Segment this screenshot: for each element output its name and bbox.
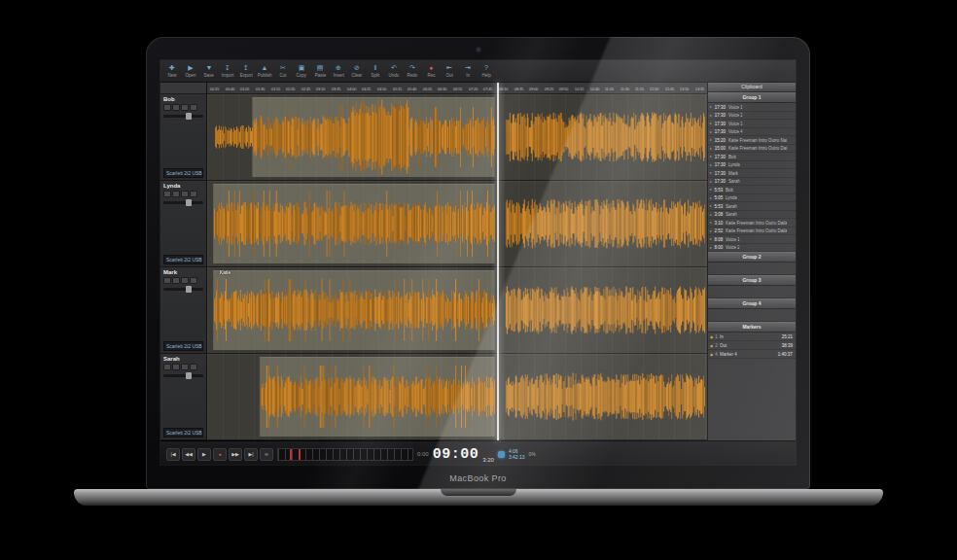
transport-button[interactable]: ◀◀ <box>182 448 195 461</box>
transport-button[interactable]: ▶▶ <box>229 448 242 461</box>
fx-button[interactable] <box>190 277 197 284</box>
toolbar-button[interactable]: ▼ Save <box>200 64 218 78</box>
record-arm-button[interactable] <box>163 191 171 197</box>
transport-button[interactable]: ▶ <box>197 448 211 461</box>
transport-button[interactable]: |◀ <box>166 448 180 461</box>
volume-slider[interactable] <box>163 201 203 204</box>
transport-button[interactable]: ▶| <box>244 448 258 461</box>
toolbar-button[interactable]: ↷ Redo <box>404 64 421 78</box>
solo-button[interactable] <box>172 191 180 197</box>
record-arm-button[interactable] <box>163 277 171 284</box>
group-1-items: ▸ 17:30 Voice 1 ▸ 17:30 Voice 2 <box>708 103 796 252</box>
group-2-header[interactable]: Group 2 <box>708 252 796 262</box>
track-lane[interactable] <box>207 94 707 181</box>
track-lane[interactable] <box>207 354 707 440</box>
input-device-select[interactable]: Scarlett 2i2 USB 1 ▾ <box>163 428 203 438</box>
marker-item[interactable]: ◆ 2 Out 38:39 <box>708 341 796 350</box>
volume-slider[interactable] <box>163 374 203 377</box>
clipboard-item-time: 17:30 <box>715 129 726 134</box>
clipboard-item[interactable]: ▸ 15:20 Katie Freeman Intro Outro Nat <box>708 136 796 145</box>
clipboard-item-label: Voice 1 <box>726 236 740 241</box>
track-lane[interactable]: Katie <box>207 267 707 354</box>
mute-button[interactable] <box>181 364 189 370</box>
solo-button[interactable] <box>172 277 180 284</box>
clipboard-item[interactable]: ▸ 17:30 Sarah <box>708 178 796 187</box>
input-device-select[interactable]: Scarlett 2i2 USB 1 ▾ <box>163 255 203 264</box>
track-lane[interactable] <box>207 181 707 267</box>
toolbar-button[interactable]: ⊕ Insert <box>330 64 347 78</box>
toolbar-button[interactable]: ↧ Import <box>219 64 236 78</box>
toolbar-button[interactable]: ● Rec <box>422 64 440 78</box>
clipboard-item[interactable]: ▸ 17:30 Mark <box>708 169 796 178</box>
track-header[interactable]: Bob <box>160 94 206 181</box>
time-ruler[interactable]: 00:1500:4001:0501:3001:5502:2002:4503:10… <box>207 83 707 94</box>
clipboard-item[interactable]: ▸ 5:53 Bob <box>708 186 796 194</box>
mute-button[interactable] <box>181 191 189 197</box>
record-arm-button[interactable] <box>163 364 171 370</box>
clipboard-item[interactable]: ▸ 8:00 Voice 2 <box>708 244 796 253</box>
ruler-tick-label: 00:40 <box>225 86 233 90</box>
toolbar-button[interactable]: ✚ New <box>163 64 181 78</box>
marker-item[interactable]: ◆ 4 Marker 4 1:40:37 <box>708 350 796 359</box>
clipboard-item[interactable]: ▸ 17:30 Lynda <box>708 161 796 170</box>
input-device-select[interactable]: Scarlett 2i2 USB 1 ▾ <box>163 341 203 351</box>
clipboard-item[interactable]: ▸ 17:30 Voice 1 <box>708 103 796 112</box>
toolbar: ✚ New ▶ Open ▼ Save ↧ I <box>160 60 796 83</box>
clipboard-item[interactable]: ▸ 17:30 Voice 3 <box>708 120 796 128</box>
toolbar-button[interactable]: ? Help <box>478 64 495 78</box>
toolbar-label: Copy <box>297 73 307 78</box>
marker-item[interactable]: ◆ 1 In 25:21 <box>708 332 796 341</box>
volume-knob[interactable] <box>186 199 192 206</box>
clipboard-item[interactable]: ▸ 3:08 Sarah <box>708 211 796 220</box>
toolbar-button[interactable]: ⇤ Out <box>441 64 458 78</box>
fx-button[interactable] <box>190 191 197 197</box>
marker-time: 25:21 <box>782 333 793 338</box>
markers-header[interactable]: Markers <box>708 322 796 332</box>
clipboard-item[interactable]: ▸ 2:52 Katie Freeman Intro Outro Daila <box>708 228 796 236</box>
clipboard-item[interactable]: ▸ 15:00 Katie Freeman Intro Outro Daila <box>708 145 796 154</box>
track-header[interactable]: Mark <box>160 267 206 354</box>
clipboard-item[interactable]: ▸ 3:10 Katie Freeman Intro Outro Daila <box>708 219 796 228</box>
toolbar-button[interactable]: ⇥ In <box>459 64 477 78</box>
clipboard-item[interactable]: ▸ 17:30 Bob <box>708 153 796 161</box>
fx-button[interactable] <box>190 364 197 370</box>
playhead[interactable] <box>497 83 499 440</box>
group-3-header[interactable]: Group 3 <box>708 275 796 286</box>
toolbar-button[interactable]: ⊘ Clear <box>348 64 366 78</box>
toolbar-button[interactable]: ▤ Paste <box>311 64 329 78</box>
volume-slider[interactable] <box>163 115 203 118</box>
toolbar-button[interactable]: ▶ Open <box>182 64 199 78</box>
input-device-label: Scarlett 2i2 USB 1 <box>166 343 203 349</box>
mute-button[interactable] <box>181 104 189 111</box>
fx-button[interactable] <box>190 104 197 111</box>
solo-button[interactable] <box>172 104 180 111</box>
group-4-header[interactable]: Group 4 <box>708 298 796 309</box>
input-device-select[interactable]: Scarlett 2i2 USB 1 ▾ <box>163 168 203 178</box>
clipboard-item-time: 8:08 <box>715 236 724 241</box>
toolbar-button[interactable]: ‖ Split <box>367 64 384 78</box>
track-header[interactable]: Lynda <box>160 181 206 267</box>
transport-mini-timeline[interactable] <box>277 448 413 461</box>
clipboard-item[interactable]: ▸ 5:53 Sarah <box>708 202 796 211</box>
volume-knob[interactable] <box>186 113 192 120</box>
toolbar-button[interactable]: ✂ Cut <box>274 64 292 78</box>
mute-button[interactable] <box>181 277 189 284</box>
volume-knob[interactable] <box>186 372 192 379</box>
clipboard-item[interactable]: ▸ 17:30 Voice 2 <box>708 112 796 121</box>
toolbar-button[interactable]: ↶ Undo <box>385 64 403 78</box>
group-1-header[interactable]: Group 1 <box>708 92 796 103</box>
toolbar-label: Paste <box>314 73 326 78</box>
toolbar-button[interactable]: ▣ Copy <box>293 64 310 78</box>
clipboard-item[interactable]: ▸ 8:08 Voice 1 <box>708 235 796 244</box>
transport-button[interactable]: ∞ <box>260 448 273 461</box>
volume-knob[interactable] <box>186 286 192 293</box>
track-header[interactable]: Sarah <box>160 354 206 440</box>
clipboard-item[interactable]: ▸ 5:05 Lynda <box>708 194 796 203</box>
transport-button[interactable]: ● <box>213 448 227 461</box>
clipboard-item[interactable]: ▸ 17:30 Voice 4 <box>708 128 796 137</box>
record-arm-button[interactable] <box>163 104 171 111</box>
volume-slider[interactable] <box>163 288 203 291</box>
toolbar-button[interactable]: ↥ Export <box>237 64 255 78</box>
toolbar-button[interactable]: ▲ Publish <box>256 64 273 78</box>
solo-button[interactable] <box>172 364 180 370</box>
